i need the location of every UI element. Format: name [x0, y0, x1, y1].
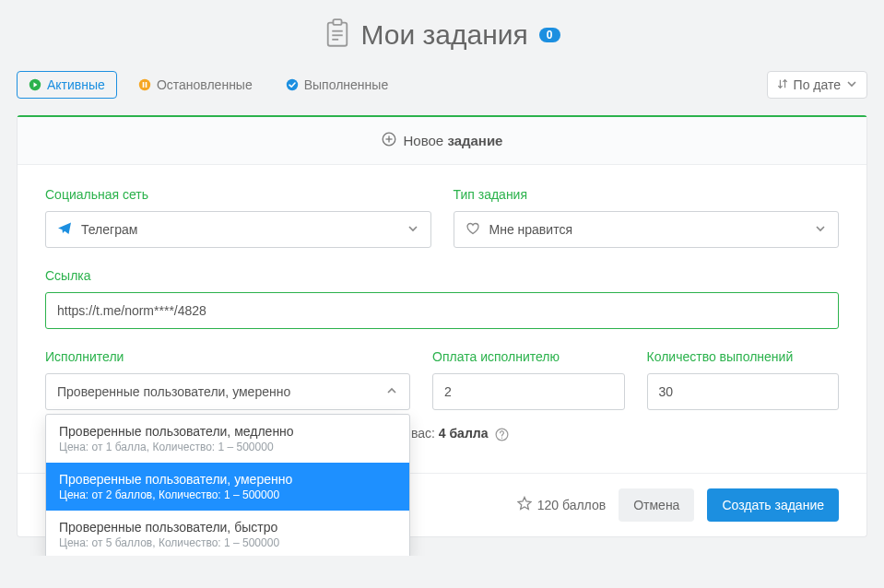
sort-button[interactable]: По дате	[767, 71, 867, 99]
task-count-badge: 0	[539, 28, 560, 42]
option-title: Проверенные пользователи, быстро	[59, 520, 396, 535]
svg-rect-7	[143, 82, 145, 88]
tab-done[interactable]: Выполненные	[274, 71, 400, 99]
field-link: Ссылка	[45, 268, 839, 329]
task-type-select[interactable]: Мне нравится	[454, 211, 840, 248]
create-button[interactable]: Создать задание	[707, 488, 839, 522]
clipboard-icon	[324, 18, 350, 51]
card-header[interactable]: Новое задание	[18, 117, 866, 165]
performers-select[interactable]: Проверенные пользователи, умеренно	[45, 373, 410, 410]
page-title: Мои задания	[361, 19, 528, 51]
performers-dropdown: Проверенные пользователи, медленно Цена:…	[45, 414, 410, 556]
toolbar: Активные Остановленные Выполненные По да…	[17, 71, 867, 99]
sort-label: По дате	[794, 77, 841, 92]
chevron-down-icon	[814, 222, 827, 238]
tab-active-label: Активные	[47, 77, 105, 92]
label-performers: Исполнители	[45, 349, 410, 364]
performers-option-slow[interactable]: Проверенные пользователи, медленно Цена:…	[46, 415, 409, 463]
chevron-down-icon	[846, 77, 857, 92]
option-sub: Цена: от 5 баллов, Количество: 1 – 50000…	[59, 536, 396, 549]
pricing-price: 4 балла	[439, 426, 489, 441]
page-title-bar: Мои задания 0	[17, 18, 867, 51]
performers-option-fast[interactable]: Проверенные пользователи, быстро Цена: о…	[46, 511, 409, 556]
label-count: Количество выполнений	[647, 349, 839, 364]
play-icon	[29, 78, 41, 91]
label-link: Ссылка	[45, 268, 839, 283]
field-task-type: Тип задания Мне нравится	[454, 187, 840, 248]
link-input[interactable]	[45, 292, 839, 329]
option-title: Проверенные пользователи, умеренно	[59, 472, 396, 487]
performers-option-moderate[interactable]: Проверенные пользователи, умеренно Цена:…	[46, 463, 409, 511]
field-payment: Оплата исполнителю	[432, 349, 624, 410]
check-icon	[286, 78, 299, 91]
count-input[interactable]	[647, 373, 839, 410]
chevron-down-icon	[407, 222, 419, 238]
pause-icon	[138, 78, 151, 91]
tab-paused[interactable]: Остановленные	[126, 71, 265, 99]
field-performers: Исполнители Проверенные пользователи, ум…	[45, 349, 410, 410]
option-title: Проверенные пользователи, медленно	[59, 424, 396, 439]
filter-tabs: Активные Остановленные Выполненные	[17, 71, 400, 99]
star-icon	[517, 496, 532, 513]
sort-icon	[777, 77, 788, 92]
plus-circle-icon	[382, 132, 396, 149]
option-sub: Цена: от 2 баллов, Количество: 1 – 50000…	[59, 488, 396, 501]
option-sub: Цена: от 1 балла, Количество: 1 – 500000	[59, 441, 396, 453]
label-social: Социальная сеть	[45, 187, 431, 202]
label-task-type: Тип задания	[454, 187, 840, 202]
cost-value: 120 баллов	[537, 498, 606, 512]
payment-input[interactable]	[432, 373, 624, 410]
svg-rect-8	[146, 82, 147, 88]
total-cost: 120 баллов	[517, 496, 606, 513]
header-bold: задание	[447, 133, 502, 148]
cancel-button[interactable]: Отмена	[619, 488, 694, 522]
chevron-up-icon	[385, 384, 398, 400]
social-value: Телеграм	[81, 222, 137, 237]
tab-paused-label: Остановленные	[157, 77, 253, 92]
social-select[interactable]: Телеграм	[45, 211, 431, 248]
heart-icon	[466, 221, 480, 239]
task-type-value: Мне нравится	[489, 222, 572, 237]
tab-active[interactable]: Активные	[17, 71, 117, 99]
telegram-icon	[57, 221, 72, 239]
tab-done-label: Выполненные	[304, 77, 388, 92]
svg-point-14	[501, 437, 502, 438]
label-payment: Оплата исполнителю	[432, 349, 624, 364]
svg-point-9	[287, 79, 298, 90]
help-icon[interactable]	[495, 428, 509, 441]
svg-point-6	[139, 79, 150, 90]
performers-value: Проверенные пользователи, умеренно	[57, 384, 290, 399]
task-form: Социальная сеть Телеграм Тип задания Мне…	[18, 165, 866, 473]
field-count: Количество выполнений	[647, 349, 839, 410]
header-text: Новое задание	[404, 133, 503, 148]
svg-rect-1	[333, 19, 341, 25]
field-social: Социальная сеть Телеграм	[45, 187, 431, 248]
header-prefix: Новое	[404, 133, 444, 148]
new-task-card: Новое задание Социальная сеть Телеграм Т…	[17, 115, 867, 537]
svg-rect-0	[327, 23, 347, 46]
